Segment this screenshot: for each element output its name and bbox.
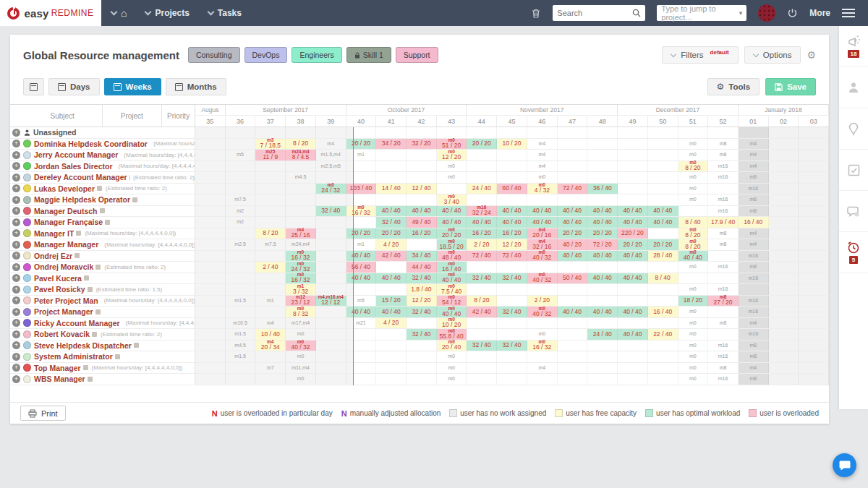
allocation-cell-week-47[interactable]: 72 / 40: [558, 184, 588, 194]
allocation-settings-icon[interactable]: [132, 197, 137, 202]
allocation-cell-week-35[interactable]: [195, 341, 226, 351]
allocation-cell-week-35[interactable]: [195, 184, 226, 194]
allocation-cell-week-01[interactable]: m4: [739, 150, 769, 160]
week-header-45[interactable]: 45: [497, 116, 527, 127]
allocation-cell-week-43[interactable]: m020 / 40: [437, 341, 467, 351]
allocation-cell-week-43[interactable]: m040 / 40: [437, 307, 467, 317]
allocation-cell-week-35[interactable]: [195, 329, 226, 340]
hamburger-menu-icon[interactable]: [842, 7, 855, 20]
allocation-cell-week-46[interactable]: m4: [527, 150, 558, 160]
allocation-cell-week-39[interactable]: [316, 172, 346, 183]
allocation-cell-week-41[interactable]: [376, 341, 407, 351]
allocation-cell-week-35[interactable]: [195, 228, 226, 239]
allocation-cell-week-47[interactable]: [558, 172, 588, 183]
group-name[interactable]: Unassigned: [33, 128, 77, 137]
allocation-cell-week-46[interactable]: [527, 374, 558, 385]
allocation-settings-icon[interactable]: [100, 208, 105, 213]
allocation-cell-week-40[interactable]: 56 / 40: [346, 262, 377, 273]
allocation-cell-week-01[interactable]: m8: [739, 194, 769, 205]
allocation-cell-week-02[interactable]: [769, 139, 799, 150]
save-button[interactable]: Save: [765, 78, 816, 95]
allocation-cell-week-48[interactable]: [587, 374, 618, 385]
allocation-cell-week-38[interactable]: m4.5: [286, 172, 316, 183]
allocation-cell-week-48[interactable]: 36 / 40: [587, 184, 618, 194]
allocation-cell-week-46[interactable]: [527, 127, 558, 138]
allocation-cell-week-37[interactable]: [255, 351, 286, 362]
allocation-cell-week-03[interactable]: [799, 127, 829, 138]
allocation-cell-week-44[interactable]: 32 / 40: [467, 341, 497, 351]
allocation-cell-week-40[interactable]: [346, 161, 377, 172]
allocation-cell-week-45[interactable]: [497, 284, 527, 295]
allocation-cell-week-46[interactable]: m016 / 32: [527, 341, 558, 351]
user-name-link[interactable]: Jerry Account Manager: [34, 150, 118, 159]
allocation-cell-week-52[interactable]: [708, 329, 739, 340]
allocation-cell-week-39[interactable]: [316, 374, 346, 385]
allocation-cell-week-39[interactable]: [316, 262, 346, 273]
allocation-cell-week-39[interactable]: m2.5,m5: [316, 161, 346, 172]
allocation-cell-week-41[interactable]: 32 / 40: [376, 217, 407, 228]
allocation-cell-week-50[interactable]: [648, 139, 678, 150]
allocation-cell-week-41[interactable]: [376, 262, 407, 273]
allocation-cell-week-38[interactable]: m17,m4: [286, 318, 316, 329]
allocation-cell-week-42[interactable]: 32 / 40: [407, 273, 437, 284]
allocation-cell-week-35[interactable]: [195, 217, 226, 228]
allocation-cell-week-51[interactable]: m0: [678, 284, 709, 295]
allocation-cell-week-42[interactable]: [407, 161, 437, 172]
allocation-cell-week-03[interactable]: [799, 351, 829, 362]
allocation-cell-week-40[interactable]: 40 / 40: [346, 273, 377, 284]
allocation-cell-week-35[interactable]: [195, 172, 226, 183]
allocation-cell-week-40[interactable]: [346, 351, 377, 362]
allocation-cell-week-39[interactable]: [316, 363, 346, 374]
allocation-cell-week-51[interactable]: m0: [678, 150, 709, 160]
user-avatar[interactable]: [758, 4, 775, 22]
allocation-cell-week-03[interactable]: [799, 341, 829, 351]
allocation-cell-week-38[interactable]: 8 / 20: [286, 139, 316, 150]
allocation-cell-week-40[interactable]: [346, 284, 377, 295]
allocation-cell-week-03[interactable]: [799, 239, 829, 250]
allocation-cell-week-39[interactable]: [316, 284, 346, 295]
news-feed-button[interactable]: 18: [839, 26, 868, 67]
allocation-cell-week-39[interactable]: m1.5,m4: [316, 150, 346, 160]
support-chat-button[interactable]: [833, 453, 856, 477]
allocation-cell-week-48[interactable]: 40 / 40: [587, 206, 618, 217]
allocation-cell-week-42[interactable]: [407, 239, 437, 250]
expand-row-icon[interactable]: +: [12, 353, 20, 361]
allocation-cell-week-35[interactable]: [195, 262, 226, 273]
allocation-cell-week-02[interactable]: [769, 284, 799, 295]
allocation-cell-week-40[interactable]: m21: [346, 318, 377, 329]
allocation-cell-week-47[interactable]: [558, 262, 588, 273]
allocation-cell-week-01[interactable]: [739, 284, 769, 295]
allocation-cell-week-44[interactable]: 24 / 40: [467, 184, 497, 194]
allocation-cell-week-47[interactable]: 40 / 40: [558, 206, 588, 217]
allocation-cell-week-51[interactable]: m040 / 40: [678, 251, 709, 262]
allocation-cell-week-41[interactable]: [376, 161, 407, 172]
allocation-cell-week-36[interactable]: [226, 127, 256, 138]
allocation-cell-week-49[interactable]: 40 / 40: [618, 217, 648, 228]
allocation-cell-week-02[interactable]: [769, 351, 799, 362]
allocation-cell-week-37[interactable]: [255, 161, 286, 172]
allocation-cell-week-44[interactable]: [467, 363, 497, 374]
allocation-settings-icon[interactable]: [115, 354, 120, 359]
allocation-cell-week-35[interactable]: [195, 307, 226, 317]
allocation-cell-week-36[interactable]: [226, 139, 256, 150]
allocation-cell-week-48[interactable]: 40 / 40: [587, 251, 618, 262]
allocation-cell-week-45[interactable]: [497, 318, 527, 329]
allocation-cell-week-50[interactable]: [648, 363, 678, 374]
location-button[interactable]: [839, 108, 868, 150]
allocation-cell-week-44[interactable]: 42 / 40: [467, 307, 497, 317]
allocation-cell-week-49[interactable]: [618, 351, 648, 362]
allocation-cell-week-35[interactable]: [195, 150, 226, 160]
allocation-cell-week-37[interactable]: [255, 307, 286, 317]
week-header-44[interactable]: 44: [467, 116, 497, 127]
week-header-49[interactable]: 49: [618, 116, 648, 127]
week-header-48[interactable]: 48: [587, 116, 618, 127]
allocation-cell-week-03[interactable]: [799, 318, 829, 329]
allocation-cell-week-52[interactable]: m8: [708, 150, 739, 160]
allocation-cell-week-02[interactable]: [769, 262, 799, 273]
expand-row-icon[interactable]: +: [12, 330, 20, 338]
expand-row-icon[interactable]: +: [12, 274, 20, 282]
allocation-cell-week-41[interactable]: [376, 329, 407, 340]
logout-power-icon[interactable]: [787, 8, 798, 19]
allocation-cell-week-41[interactable]: [376, 150, 407, 160]
allocation-cell-week-51[interactable]: m08 / 20: [678, 161, 709, 172]
